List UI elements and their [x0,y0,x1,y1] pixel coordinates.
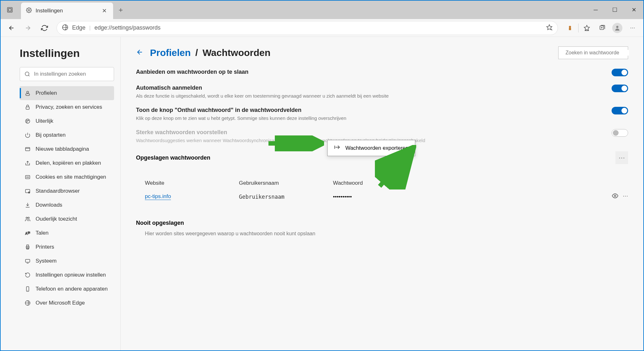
settings-search[interactable] [20,67,114,81]
export-passwords-menu[interactable]: Wachtwoorden exporteren [327,140,415,156]
svg-point-28 [28,177,29,177]
svg-rect-38 [25,259,30,262]
setting-title: Aanbieden om wachtwoorden op te slaan [136,69,605,75]
toolbar: Edge | edge://settings/passwords [1,19,643,37]
printer-icon [24,244,31,250]
separator: | [89,25,91,31]
forward-button[interactable] [21,21,35,35]
new-tab-button[interactable]: ＋ [113,1,128,19]
svg-point-19 [25,119,30,123]
site-identity: Edge [72,24,85,31]
svg-rect-7 [569,28,571,30]
back-button[interactable] [4,21,18,35]
favorite-icon[interactable] [546,24,552,32]
settings-search-input[interactable] [34,71,109,77]
refresh-button[interactable] [37,21,51,35]
sidebar-item-reset[interactable]: Instellingen opnieuw instellen [20,268,114,282]
setting-auto-signin: Automatisch aanmelden Als deze functie i… [136,85,628,99]
sidebar-item-cookies[interactable]: Cookies en site machtigingen [20,170,114,184]
reveal-password-icon[interactable] [612,193,618,201]
power-icon [24,132,31,138]
close-tab-button[interactable]: ✕ [101,6,108,16]
collections-icon[interactable] [595,21,609,35]
sidebar-item-downloads[interactable]: Downloads [20,198,114,212]
edge-icon [24,300,31,306]
lock-icon [24,104,31,110]
brush-icon [24,118,31,124]
setting-title: Toon de knop "Onthul wachtwoord" in de w… [136,107,605,114]
password-search-input[interactable] [566,50,629,56]
sidebar-item-label: Talen [36,230,49,236]
sidebar-item-label: Privacy, zoeken en services [36,104,102,110]
row-more-button[interactable]: ⋯ [623,193,628,201]
svg-point-22 [27,121,27,122]
menu-button[interactable]: ⋯ [626,21,640,35]
sidebar-item-label: Instellingen opnieuw instellen [36,272,106,278]
setting-offer-save: Aanbieden om wachtwoorden op te slaan [136,69,628,76]
sidebar-item-standaard[interactable]: Standaardbrowser [20,184,114,198]
col-password: Wachtwoord [333,180,623,186]
sidebar-item-profielen[interactable]: Profielen [20,86,114,100]
profile-avatar[interactable] [610,21,624,35]
svg-point-27 [27,177,28,177]
language-icon: A字 [24,230,31,236]
extension-icon[interactable] [563,21,577,35]
toggle-offer-save[interactable] [612,69,628,76]
password-site-link[interactable]: pc-tips.info [145,193,171,200]
svg-point-26 [26,177,27,177]
breadcrumb-back-button[interactable] [136,48,144,57]
svg-rect-17 [26,94,30,96]
password-username: Gebruikersnaam [239,194,328,200]
col-username: Gebruikersnaam [239,180,328,186]
minimize-button[interactable]: ─ [586,1,605,19]
svg-point-21 [28,120,29,121]
svg-point-2 [28,10,30,11]
tab-actions-icon[interactable] [1,1,19,19]
sidebar-item-nieuwetab[interactable]: Nieuwe tabbladpagina [20,142,114,156]
sidebar-item-privacy[interactable]: Privacy, zoeken en services [20,100,114,114]
settings-sidebar: Instellingen Profielen Privacy, zoeken e… [1,37,121,350]
password-search[interactable] [558,46,628,59]
browser-icon [24,188,31,194]
svg-rect-23 [25,148,30,151]
svg-rect-18 [26,107,30,109]
maximize-button[interactable]: ☐ [605,1,624,19]
svg-marker-4 [547,24,552,30]
address-bar[interactable]: Edge | edge://settings/passwords [57,21,558,35]
search-icon [24,71,30,77]
svg-marker-8 [584,25,590,30]
sidebar-item-label: Ouderlijk toezicht [36,216,77,222]
setting-reveal: Toon de knop "Onthul wachtwoord" in de w… [136,107,628,121]
password-table: Website Gebruikersnaam Wachtwoord pc-tip… [136,177,628,204]
favorites-icon[interactable] [580,21,594,35]
sidebar-item-talen[interactable]: A字Talen [20,226,114,240]
setting-title: Sterke wachtwoorden voorstellen [136,129,605,136]
browser-window: Instellingen ✕ ＋ ─ ☐ ✕ Edge | edge://set… [0,0,644,351]
toggle-auto-signin[interactable] [612,85,628,92]
sidebar-item-systeem[interactable]: Systeem [20,254,114,268]
sidebar-item-label: Printers [36,244,54,250]
svg-line-15 [29,75,30,76]
sidebar-item-label: Telefoon en andere apparaten [36,286,108,292]
edge-logo-icon [62,24,68,32]
breadcrumb-separator: / [195,47,198,58]
export-label: Wachtwoorden exporteren [345,145,409,151]
close-window-button[interactable]: ✕ [624,1,643,19]
sidebar-item-over[interactable]: Over Microsoft Edge [20,296,114,310]
browser-tab[interactable]: Instellingen ✕ [21,3,113,19]
sidebar-item-telefoon[interactable]: Telefoon en andere apparaten [20,282,114,296]
saved-passwords-more-button[interactable]: ⋯ [615,151,628,164]
svg-point-20 [27,120,27,121]
sidebar-item-opstarten[interactable]: Bij opstarten [20,128,114,142]
sidebar-item-uiterlijk[interactable]: Uiterlijk [20,114,114,128]
sidebar-item-ouderlijk[interactable]: Ouderlijk toezicht [20,212,114,226]
sidebar-item-delen[interactable]: Delen, kopiëren en plakken [20,156,114,170]
svg-point-6 [569,26,571,28]
sidebar-item-label: Over Microsoft Edge [36,300,85,306]
sidebar-item-label: Bij opstarten [36,132,66,138]
breadcrumb-parent[interactable]: Profielen [150,47,191,58]
cookie-icon [24,174,31,180]
sidebar-item-printers[interactable]: Printers [20,240,114,254]
sidebar-item-label: Cookies en site machtigingen [36,174,106,180]
toggle-reveal[interactable] [612,107,628,114]
